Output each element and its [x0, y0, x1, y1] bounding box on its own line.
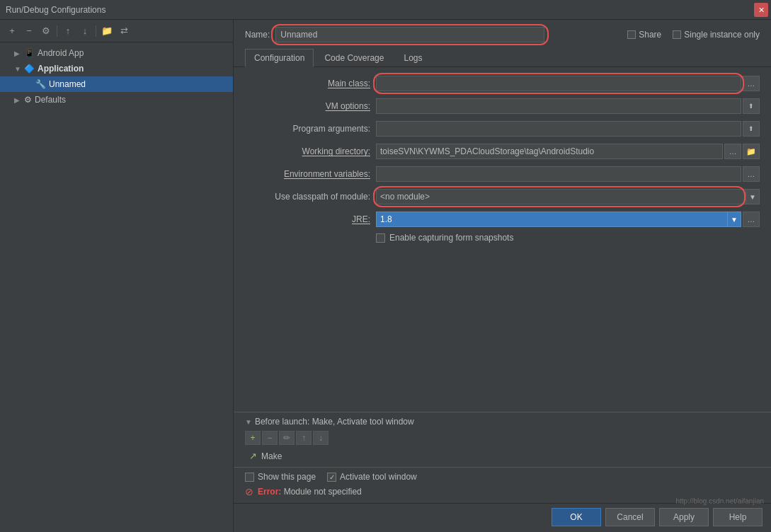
- tree-item-android-app[interactable]: ▶ 📱 Android App: [0, 45, 233, 61]
- help-button[interactable]: Help: [713, 508, 763, 526]
- android-icon: 📱: [24, 48, 35, 58]
- classpath-select[interactable]: <no module>: [376, 189, 760, 204]
- bl-edit-button[interactable]: ✏: [279, 431, 295, 445]
- tree-item-defaults[interactable]: ▶ ⚙ Defaults: [0, 92, 233, 108]
- form-area: Main class: … VM options: ⬆ Program argu…: [234, 67, 771, 412]
- env-vars-label: Environment variables:: [245, 169, 376, 179]
- main-class-row: Main class: …: [245, 74, 760, 93]
- show-this-page-label: Show this page: [258, 472, 316, 482]
- enable-capture-checkbox[interactable]: [376, 233, 385, 243]
- error-icon: ⊘: [245, 486, 253, 497]
- enable-capture-label: Enable capturing form snapshots: [389, 233, 513, 243]
- cancel-button[interactable]: Cancel: [605, 508, 655, 526]
- bl-move-up-button[interactable]: ↑: [296, 431, 312, 445]
- working-dir-label: Working directory:: [245, 146, 376, 156]
- show-this-page-checkbox[interactable]: [245, 473, 254, 482]
- name-input[interactable]: [275, 27, 544, 42]
- main-class-label: Main class:: [245, 79, 376, 88]
- left-panel: + − ⚙ ↑ ↓ 📁 ⇄ ▶ 📱 Android App ▼ 🔷 Applic…: [0, 20, 234, 532]
- main-class-input-wrapper: [376, 76, 741, 91]
- tab-logs[interactable]: Logs: [394, 49, 431, 67]
- single-instance-checkbox[interactable]: [673, 30, 681, 39]
- copy-button[interactable]: ⚙: [38, 23, 54, 39]
- config-icon: 🔧: [35, 79, 46, 89]
- dialog-buttons: OK Cancel Apply Help: [234, 503, 771, 532]
- bl-remove-button[interactable]: −: [262, 431, 278, 445]
- move-up-button[interactable]: ↑: [60, 23, 76, 39]
- share-checkbox[interactable]: [627, 30, 636, 39]
- remove-button[interactable]: −: [21, 23, 37, 39]
- before-launch-header: ▼ Before launch: Make, Activate tool win…: [245, 417, 760, 427]
- jre-row: JRE: 1.8 ▼ …: [245, 210, 760, 229]
- env-vars-browse-button[interactable]: …: [743, 166, 760, 182]
- enable-capture-row: Enable capturing form snapshots: [376, 233, 760, 243]
- tree-item-unnamed[interactable]: 🔧 Unnamed: [0, 76, 233, 92]
- bl-move-down-button[interactable]: ↓: [313, 431, 329, 445]
- jre-browse-button[interactable]: …: [743, 212, 760, 227]
- classpath-row: Use classpath of module: <no module> ▼: [245, 187, 760, 206]
- ok-button[interactable]: OK: [552, 508, 601, 526]
- show-this-page-row: Show this page: [245, 472, 316, 482]
- activate-tool-window-label: Activate tool window: [340, 472, 417, 482]
- add-button[interactable]: +: [4, 23, 20, 39]
- vm-options-row: VM options: ⬆: [245, 97, 760, 115]
- tree-label-application: Application: [38, 64, 84, 74]
- toolbar-separator: [57, 25, 57, 37]
- main-class-browse-button[interactable]: …: [743, 76, 760, 91]
- before-launch-section: ▼ Before launch: Make, Activate tool win…: [234, 412, 771, 467]
- env-vars-input[interactable]: [376, 166, 741, 182]
- error-row: ⊘ Error: Module not specified: [245, 486, 760, 497]
- collapse-arrow-icon: ▼: [245, 418, 252, 426]
- folder-button[interactable]: 📁: [99, 23, 115, 39]
- main-class-input[interactable]: [376, 76, 741, 91]
- toolbar-separator2: [96, 25, 96, 37]
- tree-label-android-app: Android App: [38, 48, 84, 58]
- tab-code-coverage[interactable]: Code Coverage: [315, 49, 393, 67]
- toolbar: + − ⚙ ↑ ↓ 📁 ⇄: [0, 20, 233, 42]
- apply-button[interactable]: Apply: [659, 508, 709, 526]
- name-row: Name: Share Single instance only: [234, 20, 771, 48]
- program-args-expand-button[interactable]: ⬆: [743, 121, 760, 137]
- program-args-label: Program arguments:: [245, 124, 376, 134]
- program-args-input[interactable]: [376, 121, 741, 137]
- bottom-checkboxes: Show this page ✓ Activate tool window: [245, 472, 760, 482]
- header-right: Share Single instance only: [627, 30, 760, 40]
- error-text: Error: Module not specified: [258, 487, 362, 497]
- before-launch-label: Before launch: Make, Activate tool windo…: [255, 417, 414, 427]
- working-dir-expand-button[interactable]: 📁: [743, 144, 760, 159]
- jre-select[interactable]: 1.8: [376, 212, 741, 227]
- close-button[interactable]: ✕: [754, 3, 768, 17]
- bl-add-button[interactable]: +: [245, 431, 261, 445]
- activate-tool-window-checkbox[interactable]: ✓: [327, 473, 336, 482]
- program-args-row: Program arguments: ⬆: [245, 120, 760, 138]
- tree-area: ▶ 📱 Android App ▼ 🔷 Application 🔧 Unname…: [0, 42, 233, 532]
- env-vars-row: Environment variables: …: [245, 165, 760, 183]
- tree-arrow-defaults: ▶: [14, 96, 21, 104]
- name-label: Name:: [245, 30, 270, 40]
- make-item: ↗ Make: [245, 449, 760, 463]
- defaults-icon: ⚙: [24, 95, 32, 105]
- tree-item-application[interactable]: ▼ 🔷 Application: [0, 61, 233, 76]
- share-label: Share: [639, 30, 661, 40]
- title-bar-text: Run/Debug Configurations: [6, 5, 105, 15]
- activate-tool-window-row: ✓ Activate tool window: [327, 472, 417, 482]
- watermark: http://blog.csdn.net/aifanjian: [675, 497, 764, 505]
- jre-label: JRE:: [245, 214, 376, 224]
- working-dir-browse-button[interactable]: …: [724, 144, 741, 159]
- single-instance-label: Single instance only: [684, 30, 760, 40]
- jre-select-wrapper: 1.8 ▼: [376, 212, 741, 227]
- vm-options-expand-button[interactable]: ⬆: [743, 98, 760, 114]
- sort-button[interactable]: ⇄: [116, 23, 132, 39]
- move-down-button[interactable]: ↓: [77, 23, 93, 39]
- vm-options-input[interactable]: [376, 98, 741, 114]
- classpath-label: Use classpath of module:: [245, 192, 376, 202]
- tab-configuration[interactable]: Configuration: [245, 49, 314, 67]
- tree-label-unnamed: Unnamed: [49, 79, 86, 89]
- single-instance-checkbox-row: Single instance only: [673, 30, 760, 40]
- working-dir-input[interactable]: [376, 144, 723, 159]
- tree-label-defaults: Defaults: [35, 95, 66, 105]
- name-input-wrapper: [275, 27, 544, 42]
- classpath-select-wrapper: <no module> ▼: [376, 189, 760, 204]
- make-label: Make: [261, 451, 282, 461]
- application-icon: 🔷: [24, 64, 35, 74]
